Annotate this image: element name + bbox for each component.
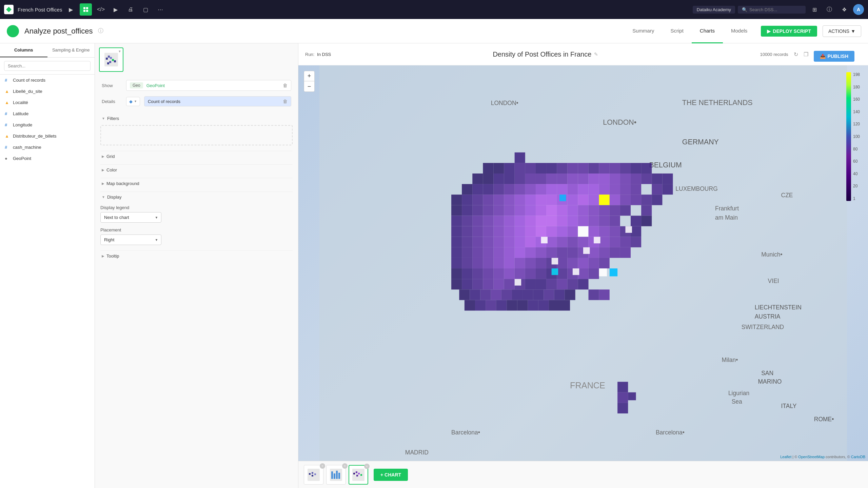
thumb-dropdown-icon[interactable]: ▼ — [118, 49, 121, 53]
page-help-icon[interactable]: ⓘ — [98, 27, 103, 35]
sidebar-tab-sampling[interactable]: Sampling & Engine — [47, 43, 95, 57]
svg-rect-156 — [504, 226, 515, 237]
svg-rect-234 — [462, 279, 472, 289]
screen-icon[interactable]: ▢ — [139, 3, 152, 16]
svg-rect-254 — [522, 289, 533, 300]
map-container[interactable]: + − THE NETHERLANDS LONDON• GERMANY BELG… — [298, 65, 868, 461]
code-icon[interactable]: </> — [95, 3, 107, 16]
actions-button[interactable]: ACTIONS ▼ — [823, 25, 861, 37]
svg-rect-257 — [554, 289, 565, 300]
chart-thumb-geo[interactable]: ▼ — [99, 47, 123, 72]
cartodb-link[interactable]: CartoDB — [851, 455, 865, 459]
refresh-chart-button[interactable]: ↻ — [794, 51, 798, 58]
map-background-header[interactable]: ▶ Map background — [100, 178, 293, 189]
count-records-dropdown[interactable]: Count of records 🗑 — [144, 96, 291, 106]
leaflet-link[interactable]: Leaflet — [780, 455, 791, 459]
svg-rect-108 — [589, 195, 599, 205]
list-item[interactable]: # Latitude — [0, 108, 95, 119]
list-item[interactable]: ▲ Localité — [0, 97, 95, 108]
tab-script[interactable]: Script — [662, 19, 691, 43]
tab-models[interactable]: Models — [723, 19, 755, 43]
delete-details-icon[interactable]: 🗑 — [283, 99, 288, 104]
delete-chart-1-button[interactable]: × — [320, 463, 325, 469]
svg-rect-138 — [504, 216, 515, 226]
svg-rect-195 — [546, 247, 557, 258]
list-item[interactable]: ▲ Distributeur_de_billets — [0, 130, 95, 142]
geopoint-dropdown[interactable]: Geo GeoPoint 🗑 — [126, 80, 291, 91]
color-header[interactable]: ▶ Color — [100, 164, 293, 175]
sidebar-tab-columns[interactable]: Columns — [0, 43, 47, 57]
tab-charts[interactable]: Charts — [692, 19, 723, 43]
delete-chart-2-button[interactable]: × — [342, 463, 348, 469]
dss-instance-label: Dataiku Academy — [693, 6, 735, 14]
svg-rect-107 — [578, 195, 588, 205]
openstreetmap-link[interactable]: OpenStreetMap — [798, 455, 825, 459]
column-name: Count of records — [13, 78, 45, 83]
more-icon[interactable]: ⋯ — [154, 3, 166, 16]
tooltip-label: Tooltip — [106, 253, 119, 259]
chart-thumbnail-1[interactable]: × — [304, 465, 323, 485]
delete-geopoint-icon[interactable]: 🗑 — [283, 83, 288, 88]
green-plugin-icon[interactable] — [80, 3, 92, 16]
zoom-in-button[interactable]: + — [304, 71, 314, 81]
columns-list: # Count of records ▲ Libellé_du_site ▲ L… — [0, 75, 95, 488]
svg-rect-209 — [525, 258, 536, 268]
svg-rect-61 — [515, 174, 525, 184]
svg-rect-104 — [546, 195, 557, 205]
delete-chart-3-button[interactable]: × — [364, 464, 370, 469]
svg-rect-53 — [631, 163, 641, 174]
zoom-out-button[interactable]: − — [304, 81, 314, 92]
fullscreen-chart-button[interactable]: ❐ — [804, 51, 808, 58]
list-item[interactable]: ● GeoPoint — [0, 153, 95, 164]
global-search-box[interactable]: 🔍 Search DSS... — [738, 6, 806, 14]
svg-rect-139 — [515, 216, 525, 226]
add-chart-button[interactable]: + CHART — [374, 469, 408, 481]
chart-config-panel: ▼ Show Geo GeoPoint 🗑 Details ◆ ▼ Count … — [95, 43, 298, 488]
app-logo[interactable] — [4, 5, 14, 14]
list-item[interactable]: # Count of records — [0, 75, 95, 86]
notifications-icon[interactable]: ❖ — [838, 3, 850, 16]
chart-thumbnail-3[interactable]: × — [349, 465, 368, 485]
list-item[interactable]: ▲ Libellé_du_site — [0, 86, 95, 97]
list-item[interactable]: # Longitude — [0, 119, 95, 130]
apps-grid-icon[interactable]: ⊞ — [808, 3, 821, 16]
details-type-dropdown[interactable]: ◆ ▼ — [126, 97, 140, 106]
tooltip-header[interactable]: ▶ Tooltip — [100, 250, 293, 261]
svg-rect-142 — [546, 216, 557, 226]
svg-rect-259 — [465, 300, 475, 310]
filters-header[interactable]: ▼ Filters — [100, 113, 293, 124]
placement-select[interactable]: Right Left Top Bottom — [100, 235, 161, 245]
svg-rect-130 — [620, 205, 631, 216]
svg-rect-161 — [557, 226, 567, 237]
user-avatar[interactable]: A — [853, 4, 864, 15]
deploy-script-button[interactable]: ▶ DEPLOY SCRIPT — [761, 26, 817, 37]
print-icon[interactable]: 🖨 — [124, 3, 137, 16]
svg-rect-268 — [559, 300, 570, 310]
svg-rect-113 — [641, 205, 652, 216]
play-icon[interactable]: ▶ — [110, 3, 122, 16]
edit-title-icon[interactable]: ✎ — [594, 52, 598, 57]
svg-rect-157 — [515, 226, 525, 237]
svg-rect-194 — [536, 247, 546, 258]
chart-thumbnail-2[interactable]: × — [326, 465, 346, 485]
column-search-input[interactable] — [4, 61, 91, 71]
forward-icon[interactable]: ▶ — [65, 3, 77, 16]
svg-rect-190 — [493, 247, 504, 258]
list-item[interactable]: # cash_machine — [0, 142, 95, 153]
svg-rect-272 — [628, 392, 636, 400]
svg-rect-112 — [631, 195, 641, 205]
publish-button[interactable]: 📤 PUBLISH — [814, 51, 854, 62]
grid-header[interactable]: ▶ Grid — [100, 151, 293, 162]
display-header[interactable]: ▼ Display — [100, 191, 293, 202]
tooltip-section: ▶ Tooltip — [95, 249, 298, 263]
help-icon[interactable]: ⓘ — [823, 3, 835, 16]
columns-sidebar: Columns Sampling & Engine # Count of rec… — [0, 43, 95, 488]
svg-rect-135 — [472, 216, 483, 226]
publish-icon: 📤 — [820, 54, 826, 59]
svg-rect-148 — [610, 216, 620, 226]
svg-rect-183 — [599, 237, 610, 247]
svg-rect-124 — [557, 205, 567, 216]
svg-text:Ligurian: Ligurian — [728, 390, 749, 396]
display-legend-select[interactable]: Next to chart Below chart Hidden — [100, 212, 161, 223]
tab-summary[interactable]: Summary — [624, 19, 662, 43]
